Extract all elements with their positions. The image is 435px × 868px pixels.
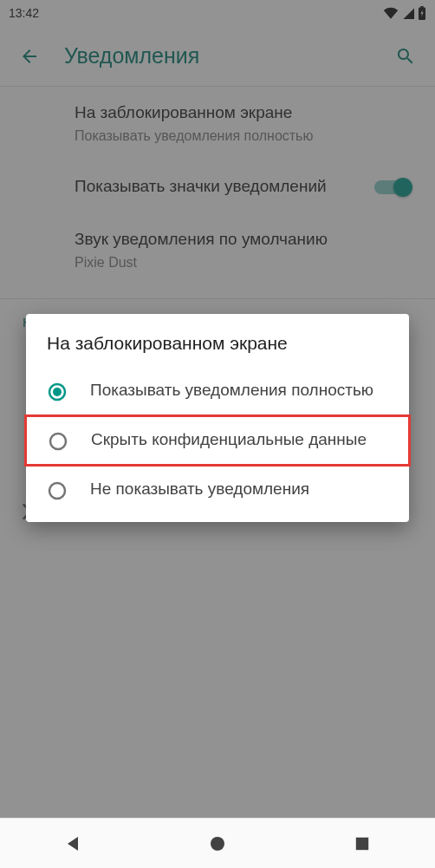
radio-option-hide-sensitive[interactable]: Скрыть конфиденциальные данные: [27, 417, 408, 464]
highlight-annotation: Скрыть конфиденциальные данные: [24, 414, 411, 467]
radio-unchecked-icon: [47, 480, 68, 501]
radio-checked-icon: [47, 382, 68, 402]
nav-home-button[interactable]: [183, 826, 252, 861]
nav-back-button[interactable]: [38, 826, 107, 861]
radio-unchecked-icon: [48, 431, 68, 452]
nav-home-icon: [209, 835, 226, 852]
radio-label: Не показывать уведомления: [90, 479, 309, 500]
svg-point-6: [211, 837, 224, 851]
svg-point-5: [49, 483, 65, 499]
radio-option-show-all[interactable]: Показывать уведомления полностью: [26, 368, 409, 414]
nav-recent-button[interactable]: [328, 826, 397, 861]
nav-back-icon: [64, 835, 81, 852]
navigation-bar: [0, 818, 435, 868]
radio-label: Скрыть конфиденциальные данные: [91, 429, 367, 451]
radio-label: Показывать уведомления полностью: [90, 380, 373, 401]
svg-point-3: [53, 388, 62, 396]
nav-recent-icon: [354, 836, 370, 852]
svg-point-4: [50, 434, 66, 449]
svg-rect-7: [356, 837, 368, 849]
radio-option-hide-all[interactable]: Не показывать уведомления: [26, 467, 409, 513]
dialog-title: На заблокированном экране: [26, 314, 409, 368]
lockscreen-dialog: На заблокированном экране Показывать уве…: [26, 314, 409, 522]
